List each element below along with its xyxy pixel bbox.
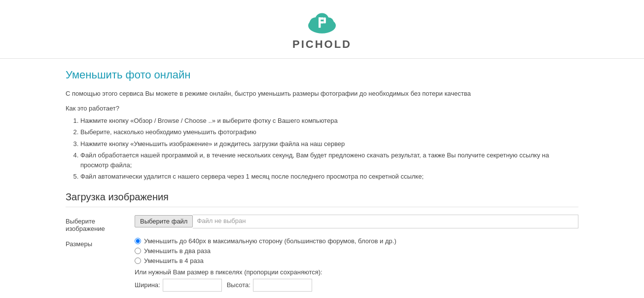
step-5: Файл автоматически удалится с нашего сер… bbox=[80, 172, 578, 182]
radio-half[interactable] bbox=[135, 248, 141, 254]
choose-file-button[interactable]: Выберите файл bbox=[135, 215, 193, 227]
size-inputs: Ширина: Высота: bbox=[135, 279, 578, 292]
header: PICHOLD bbox=[0, 0, 644, 59]
radio-row-2: Уменьшить в два раза bbox=[135, 247, 578, 255]
step-4: Файл обработается нашей программой и, в … bbox=[80, 150, 578, 170]
sizes-row: Размеры Уменьшить до 640px в максимальну… bbox=[66, 237, 578, 292]
step-3: Нажмите кнопку «Уменьшить изображение» и… bbox=[80, 139, 578, 149]
svg-rect-6 bbox=[319, 21, 324, 23]
radio-row-1: Уменьшить до 640px в максимальную сторон… bbox=[135, 237, 578, 245]
steps-list: Нажмите кнопку «Обзор / Browse / Choose … bbox=[66, 116, 578, 182]
height-input[interactable] bbox=[253, 279, 312, 292]
file-name-display: Файл не выбран bbox=[193, 215, 578, 228]
step-1: Нажмите кнопку «Обзор / Browse / Choose … bbox=[80, 116, 578, 126]
radio-quarter-label[interactable]: Уменьшить в 4 раза bbox=[144, 257, 204, 264]
step-2: Выберите, насколько необходимо уменьшить… bbox=[80, 127, 578, 137]
sizes-controls: Уменьшить до 640px в максимальную сторон… bbox=[135, 237, 578, 292]
radio-half-label[interactable]: Уменьшить в два раза bbox=[144, 247, 211, 255]
width-label: Ширина: bbox=[135, 281, 160, 289]
upload-section-title: Загрузка изображения bbox=[66, 191, 578, 207]
svg-point-3 bbox=[315, 13, 329, 27]
description-text: С помощью этого сервиса Вы можете в режи… bbox=[66, 89, 578, 99]
radio-640px-label[interactable]: Уменьшить до 640px в максимальную сторон… bbox=[144, 237, 396, 245]
logo-icon bbox=[305, 10, 339, 37]
radio-quarter[interactable] bbox=[135, 258, 141, 264]
file-controls: Выберите файл Файл не выбран bbox=[135, 215, 578, 228]
file-input-row: Выберите изображение Выберите файл Файл … bbox=[66, 215, 578, 232]
radio-row-3: Уменьшить в 4 раза bbox=[135, 257, 578, 264]
svg-rect-7 bbox=[324, 17, 326, 23]
custom-size-label: Или нужный Вам размер в пикселях (пропор… bbox=[135, 268, 578, 276]
how-it-works-label: Как это работает? bbox=[66, 105, 578, 112]
sizes-label: Размеры bbox=[66, 237, 135, 248]
logo-text: PICHOLD bbox=[292, 38, 352, 51]
file-input-wrapper: Выберите файл Файл не выбран bbox=[135, 215, 578, 228]
main-content: Уменьшить фото онлайн С помощью этого се… bbox=[51, 59, 593, 298]
height-label: Высота: bbox=[227, 281, 250, 289]
radio-640px[interactable] bbox=[135, 238, 141, 244]
page-title: Уменьшить фото онлайн bbox=[66, 69, 578, 81]
width-group: Ширина: bbox=[135, 279, 222, 292]
radio-group: Уменьшить до 640px в максимальную сторон… bbox=[135, 237, 578, 264]
svg-rect-5 bbox=[319, 17, 324, 19]
width-input[interactable] bbox=[163, 279, 222, 292]
height-group: Высота: bbox=[227, 279, 312, 292]
logo-container: PICHOLD bbox=[292, 10, 352, 51]
file-label: Выберите изображение bbox=[66, 215, 135, 232]
